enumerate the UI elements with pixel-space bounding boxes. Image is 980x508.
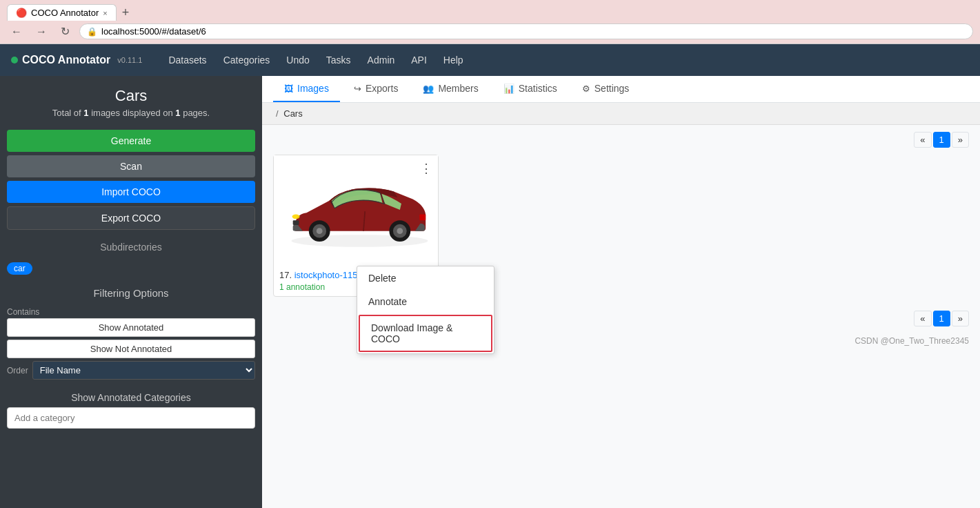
tab-bar: 🖼 Images ↪ Exports 👥 Members 📊 Statistic… xyxy=(262,76,980,103)
address-text: localhost:5000/#/dataset/6 xyxy=(101,26,206,37)
subtitle-suffix: pages. xyxy=(181,108,210,118)
subdirectories-title: Subdirectories xyxy=(7,242,255,253)
dropdown-download[interactable]: Download Image & COCO xyxy=(359,315,492,352)
image-card: 17. istockphoto-11576556... 1 annotation… xyxy=(273,155,439,297)
tab-images[interactable]: 🖼 Images xyxy=(273,76,340,102)
svg-point-3 xyxy=(292,215,300,219)
prev-page-bottom[interactable]: « xyxy=(914,311,931,326)
order-label: Order xyxy=(7,366,28,375)
main-layout: Cars Total of 1 images displayed on 1 pa… xyxy=(0,76,980,508)
order-select[interactable]: File Name xyxy=(32,361,255,380)
svg-rect-4 xyxy=(419,215,426,221)
next-page-bottom[interactable]: » xyxy=(952,311,969,326)
show-annotated-button[interactable]: Show Annotated xyxy=(7,318,255,337)
tab-statistics[interactable]: 📊 Statistics xyxy=(492,76,568,102)
subdirectory-car-tag[interactable]: car xyxy=(7,262,32,275)
lock-icon: 🔒 xyxy=(87,27,97,37)
dropdown-annotate[interactable]: Annotate xyxy=(357,290,494,313)
exports-tab-icon: ↪ xyxy=(354,84,361,94)
next-page-top[interactable]: » xyxy=(952,132,969,148)
nav-categories[interactable]: Categories xyxy=(217,52,277,68)
forward-button[interactable]: → xyxy=(32,24,51,39)
show-not-annotated-button[interactable]: Show Not Annotated xyxy=(7,340,255,358)
import-coco-button[interactable]: Import COCO xyxy=(7,181,255,203)
back-button[interactable]: ← xyxy=(7,24,26,39)
tab-title: COCO Annotator xyxy=(31,8,99,18)
pages-count: 1 xyxy=(175,108,180,118)
nav-undo[interactable]: Undo xyxy=(279,52,316,68)
breadcrumb-current[interactable]: Cars xyxy=(283,108,302,119)
annotated-categories-title: Show Annotated Categories xyxy=(7,392,255,403)
tab-close-btn[interactable]: × xyxy=(103,9,107,17)
browser-tabs: 🔴 COCO Annotator × + xyxy=(7,4,973,21)
settings-tab-icon: ⚙ xyxy=(582,84,590,94)
contains-label: Contains xyxy=(7,304,255,318)
order-row: Order File Name xyxy=(7,361,255,380)
image-menu-button[interactable]: ⋮ xyxy=(420,161,432,176)
svg-point-10 xyxy=(397,228,403,234)
nav-help[interactable]: Help xyxy=(437,52,470,68)
tab-statistics-label: Statistics xyxy=(519,83,557,94)
export-coco-button[interactable]: Export COCO xyxy=(7,206,255,230)
nav-datasets[interactable]: Datasets xyxy=(161,52,213,68)
brand-version: v0.11.1 xyxy=(117,56,142,64)
content-area: 🖼 Images ↪ Exports 👥 Members 📊 Statistic… xyxy=(262,76,980,508)
subtitle-mid: images displayed on xyxy=(89,108,176,118)
address-bar[interactable]: 🔒 localhost:5000/#/dataset/6 xyxy=(79,23,973,39)
subdirectories-section: Subdirectories xyxy=(0,233,262,262)
top-nav: COCO Annotator v0.11.1 Datasets Categori… xyxy=(0,44,980,76)
breadcrumb: / Cars xyxy=(262,103,980,125)
images-grid: 17. istockphoto-11576556... 1 annotation… xyxy=(262,148,980,304)
tab-favicon: 🔴 xyxy=(16,8,27,18)
dataset-title: Cars xyxy=(0,76,262,108)
subdirectory-tags: car xyxy=(0,262,262,282)
nav-tasks[interactable]: Tasks xyxy=(319,52,358,68)
members-tab-icon: 👥 xyxy=(423,84,434,94)
brand-name: COCO Annotator xyxy=(22,54,110,66)
app: COCO Annotator v0.11.1 Datasets Categori… xyxy=(0,44,980,508)
tab-settings-label: Settings xyxy=(594,83,630,94)
add-category-input[interactable] xyxy=(7,407,255,429)
page-1-bottom[interactable]: 1 xyxy=(933,311,950,326)
reload-button[interactable]: ↻ xyxy=(57,23,74,39)
active-tab[interactable]: 🔴 COCO Annotator × xyxy=(7,4,117,21)
tab-members[interactable]: 👥 Members xyxy=(412,76,489,102)
browser-chrome: 🔴 COCO Annotator × + ← → ↻ 🔒 localhost:5… xyxy=(0,0,980,44)
images-count: 1 xyxy=(83,108,88,118)
scan-button[interactable]: Scan xyxy=(7,155,255,177)
bottom-pagination: « 1 » xyxy=(914,311,969,326)
tab-exports-label: Exports xyxy=(366,83,398,94)
svg-point-7 xyxy=(317,228,323,234)
images-tab-icon: 🖼 xyxy=(284,84,293,94)
statistics-tab-icon: 📊 xyxy=(503,84,514,94)
annotated-categories-section: Show Annotated Categories xyxy=(0,388,262,434)
nav-links: Datasets Categories Undo Tasks Admin API… xyxy=(161,52,470,68)
page-1-top[interactable]: 1 xyxy=(933,132,950,148)
tab-members-label: Members xyxy=(438,83,478,94)
sidebar-subtitle: Total of 1 images displayed on 1 pages. xyxy=(0,108,262,126)
tab-settings[interactable]: ⚙ Settings xyxy=(571,76,641,102)
nav-api[interactable]: API xyxy=(404,52,434,68)
svg-rect-2 xyxy=(293,220,299,225)
nav-admin[interactable]: Admin xyxy=(361,52,402,68)
context-menu: Delete Annotate Download Image & COCO xyxy=(357,266,494,354)
dropdown-delete[interactable]: Delete xyxy=(357,266,494,290)
top-pagination: « 1 » xyxy=(914,132,969,148)
filtering-section: Filtering Options Contains Show Annotate… xyxy=(0,282,262,388)
sidebar: Cars Total of 1 images displayed on 1 pa… xyxy=(0,76,262,508)
tab-exports[interactable]: ↪ Exports xyxy=(343,76,409,102)
filtering-title: Filtering Options xyxy=(7,287,255,299)
brand: COCO Annotator v0.11.1 xyxy=(11,54,142,66)
images-header: « 1 » xyxy=(262,125,980,148)
browser-bar: ← → ↻ 🔒 localhost:5000/#/dataset/6 xyxy=(7,23,973,39)
subtitle-prefix: Total of xyxy=(52,108,84,118)
new-tab-button[interactable]: + xyxy=(119,6,132,20)
tab-images-label: Images xyxy=(297,83,329,94)
image-thumbnail[interactable] xyxy=(274,155,438,266)
prev-page-top[interactable]: « xyxy=(914,132,931,148)
generate-button[interactable]: Generate xyxy=(7,130,255,152)
breadcrumb-separator: / xyxy=(276,108,279,119)
brand-dot xyxy=(11,57,18,63)
